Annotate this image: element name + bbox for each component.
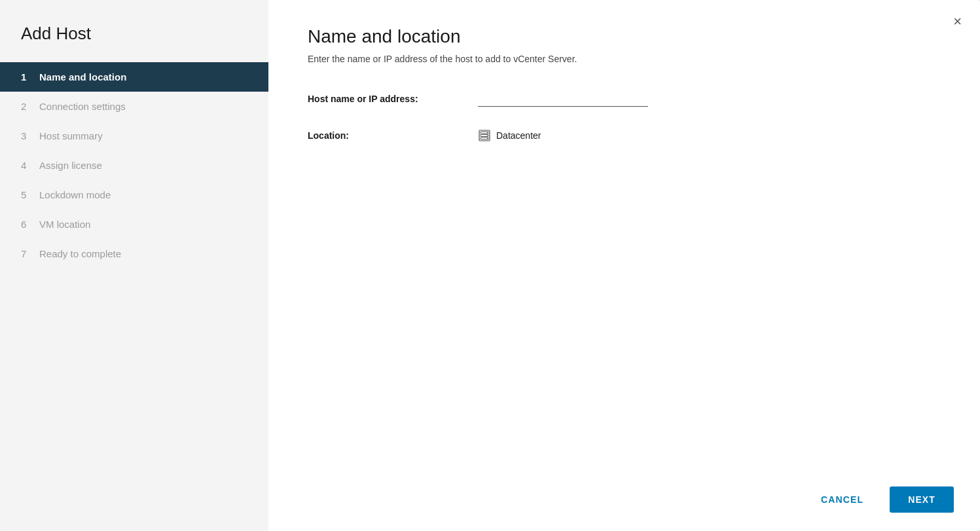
sidebar-step-5[interactable]: 5 Lockdown mode — [0, 180, 268, 210]
step-label-7: Ready to complete — [39, 248, 121, 259]
host-name-label: Host name or IP address: — [308, 94, 478, 104]
svg-point-6 — [487, 138, 488, 139]
close-button[interactable]: × — [953, 14, 962, 29]
steps-list: 1 Name and location 2 Connection setting… — [0, 62, 268, 268]
svg-point-4 — [487, 132, 488, 133]
step-number-3: 3 — [21, 130, 31, 141]
svg-point-5 — [487, 135, 488, 136]
step-number-4: 4 — [21, 160, 31, 171]
sidebar-step-7[interactable]: 7 Ready to complete — [0, 239, 268, 268]
step-number-1: 1 — [21, 71, 31, 82]
location-text: Datacenter — [496, 130, 541, 141]
sidebar-step-6[interactable]: 6 VM location — [0, 210, 268, 239]
cancel-button[interactable]: CANCEL — [805, 486, 879, 513]
add-host-dialog: Add Host 1 Name and location 2 Connectio… — [0, 0, 980, 531]
page-subtitle: Enter the name or IP address of the host… — [308, 54, 941, 64]
step-label-5: Lockdown mode — [39, 189, 111, 200]
sidebar-step-3[interactable]: 3 Host summary — [0, 121, 268, 151]
host-name-row: Host name or IP address: — [308, 90, 941, 107]
datacenter-icon — [478, 129, 491, 142]
sidebar-step-4[interactable]: 4 Assign license — [0, 151, 268, 180]
step-number-2: 2 — [21, 101, 31, 112]
step-number-7: 7 — [21, 248, 31, 259]
footer: CANCEL NEXT — [268, 473, 980, 531]
host-name-input[interactable] — [478, 90, 648, 107]
dialog-title: Add Host — [0, 0, 268, 62]
next-button[interactable]: NEXT — [890, 486, 954, 513]
step-label-1: Name and location — [39, 71, 126, 82]
content-area: Name and location Enter the name or IP a… — [268, 0, 980, 473]
step-label-2: Connection settings — [39, 101, 126, 112]
page-title: Name and location — [308, 26, 941, 47]
sidebar-step-2[interactable]: 2 Connection settings — [0, 92, 268, 121]
sidebar-step-1[interactable]: 1 Name and location — [0, 62, 268, 92]
step-label-6: VM location — [39, 219, 90, 230]
step-label-4: Assign license — [39, 160, 102, 171]
location-label: Location: — [308, 130, 478, 141]
step-number-5: 5 — [21, 189, 31, 200]
step-number-6: 6 — [21, 219, 31, 230]
sidebar: Add Host 1 Name and location 2 Connectio… — [0, 0, 268, 531]
step-label-3: Host summary — [39, 130, 103, 141]
location-value: Datacenter — [478, 129, 541, 142]
main-content: × Name and location Enter the name or IP… — [268, 0, 980, 531]
location-row: Location: Datacenter — [308, 129, 941, 142]
